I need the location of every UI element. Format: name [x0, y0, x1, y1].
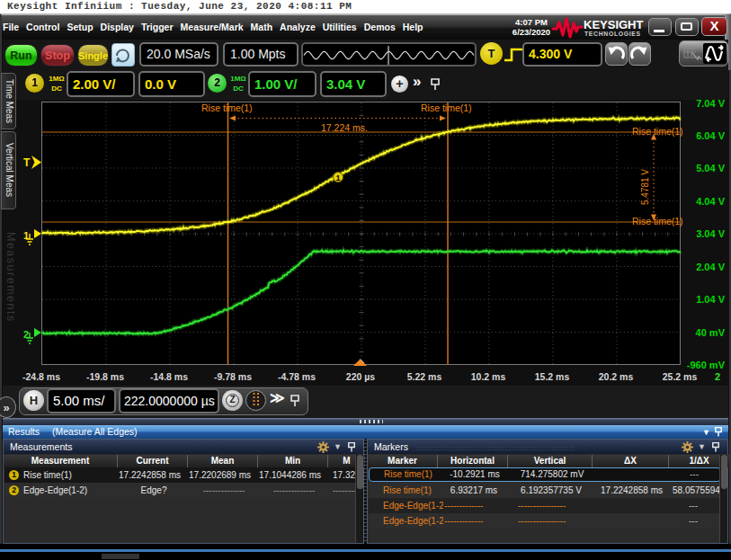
- svg-text:1: 1: [335, 173, 340, 182]
- svg-text:T: T: [23, 156, 31, 169]
